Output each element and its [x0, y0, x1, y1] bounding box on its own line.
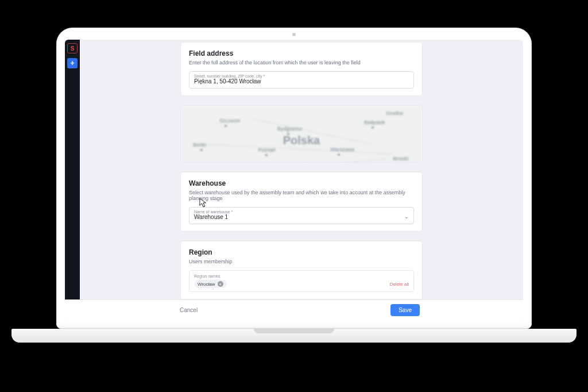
delete-all-link[interactable]: Delete all: [390, 282, 409, 287]
map-city-dot: [338, 153, 340, 156]
map-city-label: Łódź: [297, 162, 308, 163]
save-button[interactable]: Save: [390, 304, 420, 316]
map-city-label: Brześć: [393, 156, 409, 162]
warehouse-select-value: Warehouse 1: [194, 214, 409, 220]
region-subtitle: Users membership: [189, 259, 414, 264]
footer-bar: Cancel Save: [65, 299, 523, 320]
region-card: Region Users membership Region names Wro…: [180, 241, 423, 299]
logo-letter: S: [71, 45, 75, 52]
map[interactable]: Polska Szczecin Bydgoszcz Białystok Berl…: [181, 106, 422, 163]
map-city-label: Berlin: [193, 142, 206, 148]
map-city-dot: [265, 154, 268, 156]
sidebar: S +: [65, 40, 80, 299]
warehouse-subtitle: Select warehouse used by the assembly te…: [189, 190, 414, 201]
region-title: Region: [189, 248, 414, 256]
close-icon[interactable]: ×: [218, 281, 223, 287]
warehouse-select-label: Name of warehouse *: [194, 210, 409, 214]
address-input-label: Street, number building, ZIP code, city …: [194, 74, 409, 78]
warehouse-select[interactable]: Name of warehouse * Warehouse 1 ⌄: [189, 207, 414, 224]
warehouse-card: Warehouse Select warehouse used by the a…: [180, 172, 423, 232]
add-button[interactable]: +: [67, 58, 78, 68]
region-chip-label: Wrocław: [198, 282, 215, 287]
region-names-input[interactable]: Region names Wrocław × Delete all: [189, 270, 414, 292]
address-input[interactable]: Street, number building, ZIP code, city …: [189, 71, 414, 89]
app-screen: S + Field address Enter the full address…: [65, 40, 523, 320]
region-box-label: Region names: [194, 274, 409, 278]
plus-icon: +: [70, 60, 74, 67]
content-area: Field address Enter the full address of …: [80, 40, 523, 299]
map-city-dot: [200, 149, 203, 151]
map-city-label: Białystok: [364, 120, 385, 125]
cancel-button[interactable]: Cancel: [180, 307, 198, 313]
map-city-dot: [372, 126, 374, 129]
camera-dot: [292, 33, 296, 36]
map-city-dot: [287, 133, 289, 135]
region-chip[interactable]: Wrocław ×: [194, 280, 227, 288]
map-city-label: Grodno: [386, 110, 403, 116]
map-city-dot: [225, 125, 227, 127]
field-address-title: Field address: [189, 49, 414, 57]
field-address-subtitle: Enter the full address of the location f…: [189, 60, 414, 66]
address-input-value: Piękna 1, 50-420 Wrocław: [194, 78, 409, 84]
map-card: Polska Szczecin Bydgoszcz Białystok Berl…: [180, 105, 423, 163]
map-city-label: Szczecin: [219, 118, 240, 124]
chevron-down-icon: ⌄: [404, 214, 409, 220]
logo-icon: S: [67, 43, 78, 53]
laptop-base: [11, 329, 577, 343]
laptop-frame: S + Field address Enter the full address…: [56, 28, 532, 329]
warehouse-title: Warehouse: [189, 179, 414, 187]
map-country-label: Polska: [283, 134, 320, 147]
field-address-card: Field address Enter the full address of …: [180, 42, 423, 96]
